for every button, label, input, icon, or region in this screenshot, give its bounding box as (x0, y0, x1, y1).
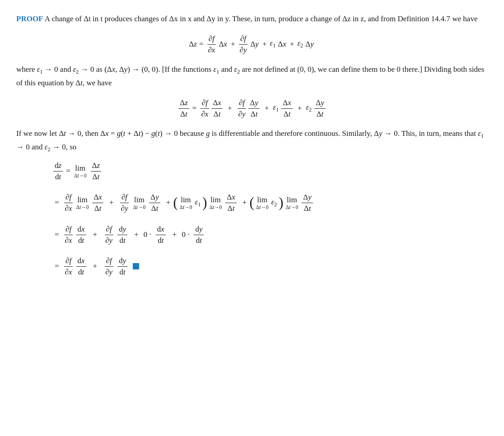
eq2-frac1-den: ∂x (200, 109, 210, 119)
paren-right-2: ) (279, 196, 283, 210)
eq2-frac4: Δy Δt (248, 97, 259, 119)
paren-left-2: ( (249, 196, 254, 210)
eq3-lim2: lim Δt→0 (76, 195, 89, 210)
eq1-dx: Δx (219, 40, 227, 49)
eq2-plus2: + (265, 104, 269, 113)
para1-text: A change of Δt in t produces changes of … (45, 14, 478, 23)
equation-2: Δz Δt = ∂f ∂x Δx Δt + ∂f ∂y Δy Δt + ε1 Δ… (16, 97, 488, 119)
eq3-lim1: lim Δt→0 (74, 164, 87, 179)
eq2-frac3: ∂f ∂y (237, 97, 247, 119)
paragraph-3: If we now let Δt → 0, then Δx = g(t + Δt… (16, 127, 488, 154)
eq2-lhs-num: Δz (178, 97, 189, 109)
eq2-frac3-num: ∂f (238, 97, 246, 109)
eq1-frac2-den: ∂y (238, 45, 248, 55)
eq2-lhs-frac: Δz Δt (178, 97, 189, 119)
eq3-pf-py2: ∂f ∂y (104, 224, 114, 246)
eq1-lhs: Δz (189, 40, 197, 49)
eq3-eq4: = (55, 262, 59, 271)
eq3-dy-dt2: dy dt (194, 224, 204, 246)
eq3-eq2: = (55, 198, 59, 207)
eq1-frac1-num: ∂f (207, 33, 216, 45)
eq3-deltat: Δt (91, 172, 101, 182)
eq3-lim3: lim Δt→0 (133, 195, 145, 210)
eq3-pf-px-den: ∂x (64, 203, 74, 213)
eq1-eps1: ε1 (270, 39, 276, 49)
eq1-plus1: + (231, 40, 235, 49)
eq3-dt: dt (54, 172, 62, 182)
eq3-lim-sub1: Δt→0 (74, 173, 87, 179)
qed-square (133, 263, 139, 269)
eq3-frac-dx-dt1: Δx Δt (92, 192, 103, 213)
eq3-plus6: + (173, 230, 177, 239)
paragraph-2: where ε1 → 0 and ε2 → 0 as (Δx, Δy) → (0… (16, 63, 488, 89)
eq3-zero1: 0 · (144, 230, 151, 239)
eq3-deltaz: Δz (91, 160, 102, 172)
eq2-frac2-den: Δt (212, 109, 222, 119)
eq3-eq3: = (55, 230, 59, 239)
eq3-plus4: + (93, 230, 98, 239)
eq3-frac-dx-dt2: Δx Δt (225, 192, 236, 213)
eq3-lim4: lim Δt→0 (180, 195, 192, 210)
eq2-frac2-num: Δx (211, 97, 222, 109)
eq1-dy2: Δy (305, 40, 313, 49)
eq3-line3: = ∂f ∂x dx dt + ∂f ∂y dy dt + 0 · dx dt … (52, 224, 205, 246)
eq3-dz-dt: dz dt (53, 160, 63, 182)
eq3-lim5: lim Δt→0 (209, 195, 222, 210)
eq3-frac-dy-dt1: Δy Δt (149, 192, 160, 213)
eq1-plus3: + (290, 40, 294, 49)
eq1-eps2: ε2 (297, 39, 303, 49)
eq3-eps2: ε2 (271, 198, 277, 208)
eq3-frac-dy-dt2: Δy Δt (302, 192, 313, 213)
eq2-frac3-den: ∂y (237, 109, 247, 119)
eq3-lim-sub2: Δt→0 (76, 204, 89, 210)
eq2-frac6-den: Δt (315, 109, 325, 119)
eq3-line1: dz dt = lim Δt→0 Δz Δt (52, 160, 102, 182)
eq3-pf-px2: ∂f ∂x (64, 224, 74, 246)
eq3-dx-dt3: dx dt (76, 255, 86, 277)
eq2-frac5: Δx Δt (281, 97, 292, 119)
eq3-plus5: + (134, 230, 139, 239)
eq3-dx-dt2: dx dt (156, 224, 166, 246)
eq2-frac1: ∂f ∂x (200, 97, 210, 119)
eq2-frac2: Δx Δt (211, 97, 222, 119)
eq3-pf-px3: ∂f ∂x (64, 255, 74, 277)
eq3-eq1: = (66, 167, 70, 176)
paren-right-1: ) (202, 196, 207, 210)
eq2-frac6: Δy Δt (314, 97, 325, 119)
eq3-plus1: + (109, 198, 114, 207)
equations-block: dz dt = lim Δt→0 Δz Δt = ∂f ∂x lim Δt→0 … (52, 160, 488, 277)
eq3-eps1: ε1 (195, 198, 201, 208)
eq1-plus2: + (262, 40, 267, 49)
eq1-frac1-den: ∂x (206, 45, 216, 55)
eq3-lim-word1: lim (75, 164, 85, 173)
eq1-dy: Δy (250, 40, 258, 49)
eq3-frac-dz-dt: Δz Δt (91, 160, 102, 182)
eq3-dx-dt: dx dt (76, 224, 86, 246)
eq2-eps2: ε2 (306, 103, 312, 113)
eq1-frac2-num: ∂f (239, 33, 247, 45)
eq2-frac4-den: Δt (249, 109, 259, 119)
eq3-dy-dt: dy dt (117, 224, 127, 246)
eq3-lim6: lim Δt→0 (256, 195, 269, 210)
paragraph-1: PROOF A change of Δt in t produces chang… (16, 13, 488, 25)
eq3-lim-word2: lim (77, 195, 88, 204)
eq3-dz: dz (53, 160, 63, 172)
eq3-dy-dt3: dy dt (117, 255, 127, 277)
eq2-frac1-num: ∂f (201, 97, 209, 109)
eq2-eps1: ε1 (273, 103, 279, 113)
eq3-pf-px: ∂f ∂x (64, 192, 74, 213)
eq2-frac5-den: Δt (282, 109, 292, 119)
eq3-pf-px-num: ∂f (64, 192, 73, 203)
eq3-plus7: + (93, 262, 98, 271)
eq3-plus2: + (166, 198, 171, 207)
eq2-plus1: + (228, 104, 232, 113)
eq2-lhs-den: Δt (179, 109, 189, 119)
eq1-equals: = (199, 40, 204, 49)
eq1-dx2: Δx (278, 40, 286, 49)
eq3-pf-py3: ∂f ∂y (104, 255, 114, 277)
equation-1: Δz = ∂f ∂x Δx + ∂f ∂y Δy + ε1 Δx + ε2 Δy (16, 33, 488, 55)
eq2-plus3: + (298, 104, 302, 113)
eq2-frac4-num: Δy (248, 97, 259, 109)
eq3-plus3: + (243, 198, 247, 207)
eq3-pf-py: ∂f ∂y (119, 192, 129, 213)
